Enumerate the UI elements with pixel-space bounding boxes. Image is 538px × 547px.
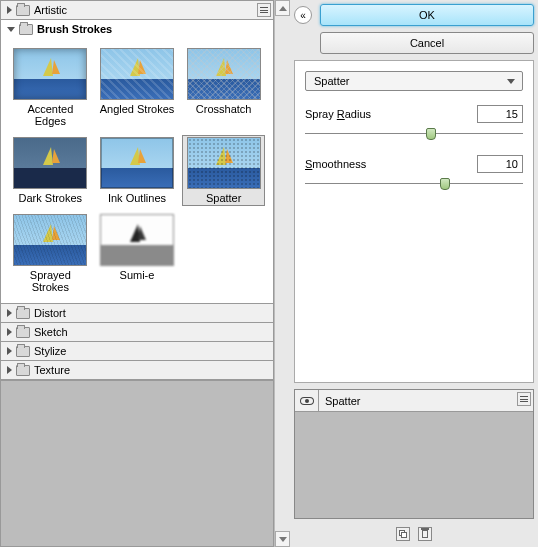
- dropdown-value: Spatter: [314, 75, 504, 87]
- chevron-right-icon: [7, 347, 12, 355]
- spray-radius-input[interactable]: 15: [477, 105, 523, 123]
- filter-thumb-sprayed-strokes[interactable]: Sprayed Strokes: [9, 212, 92, 295]
- collapse-button[interactable]: «: [294, 6, 312, 24]
- chevron-down-icon: [504, 79, 518, 84]
- cancel-button[interactable]: Cancel: [320, 32, 534, 54]
- category-artistic[interactable]: Artistic: [1, 1, 273, 19]
- scroll-down-button[interactable]: [275, 531, 290, 547]
- folder-icon: [16, 365, 30, 376]
- empty-area: [1, 380, 273, 546]
- category-label: Texture: [34, 364, 70, 376]
- filter-dropdown[interactable]: Spatter: [305, 71, 523, 91]
- category-distort[interactable]: Distort: [1, 304, 273, 322]
- filter-thumb-spatter[interactable]: Spatter: [182, 135, 265, 206]
- thumbnail-image: [13, 48, 87, 100]
- thumbnail-image: [13, 214, 87, 266]
- visibility-toggle[interactable]: [295, 390, 319, 411]
- smoothness-slider[interactable]: [305, 177, 523, 191]
- filter-thumb-ink-outlines[interactable]: Ink Outlines: [96, 135, 179, 206]
- slider-thumb[interactable]: [440, 178, 450, 190]
- chevron-right-icon: [7, 6, 12, 14]
- thumbnail-label: Spatter: [206, 192, 241, 204]
- thumbnail-image: [187, 48, 261, 100]
- filter-thumb-sumi-e[interactable]: Sumi-e: [96, 212, 179, 295]
- smoothness-input[interactable]: 10: [477, 155, 523, 173]
- thumbnail-image: [100, 214, 174, 266]
- spray-radius-control: Spray Radius 15: [305, 105, 523, 141]
- filter-settings-panel: « OK Cancel Spatter Spray Radius 15 Smoo…: [290, 0, 538, 547]
- thumbnail-label: Accented Edges: [11, 103, 90, 127]
- thumbnail-label: Sumi-e: [120, 269, 155, 281]
- folder-icon: [16, 5, 30, 16]
- filter-thumb-crosshatch[interactable]: Crosshatch: [182, 46, 265, 129]
- chevron-right-icon: [7, 309, 12, 317]
- param-label: Smoothness: [305, 158, 366, 170]
- new-effect-layer-button[interactable]: [396, 527, 410, 541]
- category-label: Sketch: [34, 326, 68, 338]
- chevron-right-icon: [7, 328, 12, 336]
- smoothness-control: Smoothness 10: [305, 155, 523, 191]
- thumbnail-label: Dark Strokes: [19, 192, 83, 204]
- eye-icon: [300, 397, 314, 405]
- layer-name: Spatter: [319, 395, 360, 407]
- thumbnail-label: Crosshatch: [196, 103, 252, 115]
- category-label: Artistic: [34, 4, 67, 16]
- thumbnail-image: [13, 137, 87, 189]
- slider-thumb[interactable]: [426, 128, 436, 140]
- category-texture[interactable]: Texture: [1, 361, 273, 379]
- category-label: Distort: [34, 307, 66, 319]
- category-stylize[interactable]: Stylize: [1, 342, 273, 360]
- filter-thumbnails: Accented EdgesAngled StrokesCrosshatchDa…: [1, 38, 273, 303]
- folder-icon: [16, 327, 30, 338]
- filter-thumb-dark-strokes[interactable]: Dark Strokes: [9, 135, 92, 206]
- chevron-down-icon: [7, 27, 15, 32]
- thumbnail-image: [187, 137, 261, 189]
- panel-menu-button[interactable]: [257, 3, 271, 17]
- category-label: Brush Strokes: [37, 23, 112, 35]
- category-brush-strokes[interactable]: Brush Strokes: [1, 20, 273, 38]
- filter-categories-panel: Artistic Brush Strokes Accented EdgesAng…: [0, 0, 274, 547]
- effect-layers-panel: Spatter: [294, 389, 534, 519]
- thumbnail-label: Ink Outlines: [108, 192, 166, 204]
- thumbnail-label: Angled Strokes: [100, 103, 175, 115]
- spray-radius-slider[interactable]: [305, 127, 523, 141]
- folder-icon: [19, 24, 33, 35]
- thumbnail-label: Sprayed Strokes: [11, 269, 90, 293]
- filter-thumb-angled-strokes[interactable]: Angled Strokes: [96, 46, 179, 129]
- param-label: Spray Radius: [305, 108, 371, 120]
- scrollbar[interactable]: [274, 0, 290, 547]
- category-sketch[interactable]: Sketch: [1, 323, 273, 341]
- category-label: Stylize: [34, 345, 66, 357]
- scroll-up-button[interactable]: [275, 0, 290, 16]
- filter-thumb-accented-edges[interactable]: Accented Edges: [9, 46, 92, 129]
- chevron-right-icon: [7, 366, 12, 374]
- folder-icon: [16, 308, 30, 319]
- folder-icon: [16, 346, 30, 357]
- layers-menu-button[interactable]: [517, 392, 531, 406]
- thumbnail-image: [100, 48, 174, 100]
- thumbnail-image: [100, 137, 174, 189]
- delete-effect-layer-button[interactable]: [418, 527, 432, 541]
- ok-button[interactable]: OK: [320, 4, 534, 26]
- effect-layer-row[interactable]: Spatter: [295, 390, 533, 412]
